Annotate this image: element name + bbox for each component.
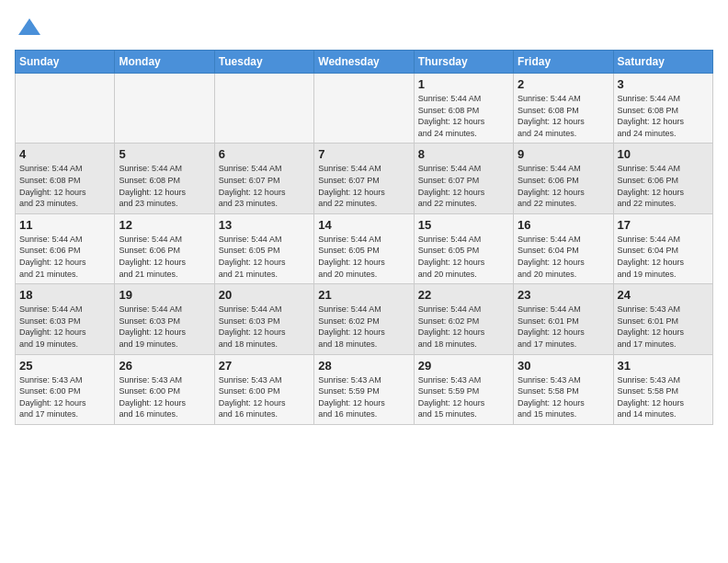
calendar-cell: 12Sunrise: 5:44 AM Sunset: 6:06 PM Dayli… [115,213,214,283]
logo-text [15,15,42,40]
calendar-cell: 7Sunrise: 5:44 AM Sunset: 6:07 PM Daylig… [314,144,414,213]
day-info: Sunrise: 5:44 AM Sunset: 6:02 PM Dayligh… [318,304,409,350]
day-info: Sunrise: 5:44 AM Sunset: 6:08 PM Dayligh… [418,93,509,139]
day-info: Sunrise: 5:43 AM Sunset: 5:58 PM Dayligh… [618,374,709,420]
weekday-friday: Friday [514,51,613,74]
day-number: 4 [19,147,110,161]
calendar-week-4: 18Sunrise: 5:44 AM Sunset: 6:03 PM Dayli… [16,284,713,354]
calendar-cell: 2Sunrise: 5:44 AM Sunset: 6:08 PM Daylig… [514,74,613,144]
calendar-cell: 13Sunrise: 5:44 AM Sunset: 6:05 PM Dayli… [214,213,313,283]
weekday-monday: Monday [115,51,214,74]
day-number: 6 [219,147,310,161]
day-info: Sunrise: 5:44 AM Sunset: 6:07 PM Dayligh… [219,163,310,209]
day-number: 16 [518,218,609,232]
day-info: Sunrise: 5:43 AM Sunset: 6:01 PM Dayligh… [618,304,709,350]
calendar-cell: 15Sunrise: 5:44 AM Sunset: 6:05 PM Dayli… [414,213,513,283]
day-number: 5 [119,147,210,161]
calendar-cell: 30Sunrise: 5:43 AM Sunset: 5:58 PM Dayli… [514,354,613,424]
calendar-cell: 24Sunrise: 5:43 AM Sunset: 6:01 PM Dayli… [613,284,712,354]
weekday-wednesday: Wednesday [314,51,414,74]
day-number: 27 [219,359,310,373]
day-info: Sunrise: 5:43 AM Sunset: 5:58 PM Dayligh… [518,374,609,420]
weekday-saturday: Saturday [613,51,712,74]
calendar-cell: 5Sunrise: 5:44 AM Sunset: 6:08 PM Daylig… [115,144,214,213]
day-number: 7 [318,147,409,161]
day-info: Sunrise: 5:44 AM Sunset: 6:06 PM Dayligh… [618,163,709,209]
day-number: 12 [119,218,210,232]
calendar-cell: 1Sunrise: 5:44 AM Sunset: 6:08 PM Daylig… [414,74,513,144]
calendar-body: 1Sunrise: 5:44 AM Sunset: 6:08 PM Daylig… [16,74,713,425]
day-number: 26 [119,359,210,373]
day-number: 31 [618,359,709,373]
day-info: Sunrise: 5:44 AM Sunset: 6:08 PM Dayligh… [19,163,110,209]
weekday-sunday: Sunday [16,51,115,74]
calendar-cell: 10Sunrise: 5:44 AM Sunset: 6:06 PM Dayli… [613,144,712,213]
day-number: 21 [318,288,409,302]
day-info: Sunrise: 5:44 AM Sunset: 6:02 PM Dayligh… [418,304,509,350]
calendar-cell: 3Sunrise: 5:44 AM Sunset: 6:08 PM Daylig… [613,74,712,144]
calendar-cell: 4Sunrise: 5:44 AM Sunset: 6:08 PM Daylig… [16,144,115,213]
calendar-cell: 26Sunrise: 5:43 AM Sunset: 6:00 PM Dayli… [115,354,214,424]
day-number: 9 [518,147,609,161]
day-number: 19 [119,288,210,302]
day-info: Sunrise: 5:44 AM Sunset: 6:06 PM Dayligh… [518,163,609,209]
calendar-cell: 9Sunrise: 5:44 AM Sunset: 6:06 PM Daylig… [514,144,613,213]
day-info: Sunrise: 5:43 AM Sunset: 5:59 PM Dayligh… [418,374,509,420]
day-info: Sunrise: 5:43 AM Sunset: 6:00 PM Dayligh… [219,374,310,420]
day-info: Sunrise: 5:44 AM Sunset: 6:08 PM Dayligh… [119,163,210,209]
day-number: 15 [418,218,509,232]
day-number: 28 [318,359,409,373]
calendar-cell: 29Sunrise: 5:43 AM Sunset: 5:59 PM Dayli… [414,354,513,424]
day-info: Sunrise: 5:44 AM Sunset: 6:05 PM Dayligh… [318,234,409,280]
day-info: Sunrise: 5:44 AM Sunset: 6:07 PM Dayligh… [318,163,409,209]
calendar-cell: 16Sunrise: 5:44 AM Sunset: 6:04 PM Dayli… [514,213,613,283]
calendar-cell: 23Sunrise: 5:44 AM Sunset: 6:01 PM Dayli… [514,284,613,354]
calendar-cell: 21Sunrise: 5:44 AM Sunset: 6:02 PM Dayli… [314,284,414,354]
calendar-cell [16,74,115,144]
weekday-tuesday: Tuesday [214,51,313,74]
day-info: Sunrise: 5:44 AM Sunset: 6:07 PM Dayligh… [418,163,509,209]
calendar-week-5: 25Sunrise: 5:43 AM Sunset: 6:00 PM Dayli… [16,354,713,424]
day-number: 2 [518,77,609,91]
calendar-cell: 22Sunrise: 5:44 AM Sunset: 6:02 PM Dayli… [414,284,513,354]
calendar-week-3: 11Sunrise: 5:44 AM Sunset: 6:06 PM Dayli… [16,213,713,283]
day-number: 22 [418,288,509,302]
day-info: Sunrise: 5:44 AM Sunset: 6:03 PM Dayligh… [19,304,110,350]
logo-icon [17,15,42,40]
day-info: Sunrise: 5:43 AM Sunset: 6:00 PM Dayligh… [19,374,110,420]
day-number: 17 [618,218,709,232]
day-info: Sunrise: 5:43 AM Sunset: 5:59 PM Dayligh… [318,374,409,420]
day-info: Sunrise: 5:44 AM Sunset: 6:05 PM Dayligh… [418,234,509,280]
day-number: 20 [219,288,310,302]
weekday-thursday: Thursday [414,51,513,74]
day-info: Sunrise: 5:44 AM Sunset: 6:06 PM Dayligh… [19,234,110,280]
day-number: 14 [318,218,409,232]
day-number: 8 [418,147,509,161]
day-info: Sunrise: 5:44 AM Sunset: 6:06 PM Dayligh… [119,234,210,280]
calendar-cell: 19Sunrise: 5:44 AM Sunset: 6:03 PM Dayli… [115,284,214,354]
day-number: 11 [19,218,110,232]
calendar-cell: 28Sunrise: 5:43 AM Sunset: 5:59 PM Dayli… [314,354,414,424]
calendar-cell: 14Sunrise: 5:44 AM Sunset: 6:05 PM Dayli… [314,213,414,283]
day-info: Sunrise: 5:44 AM Sunset: 6:03 PM Dayligh… [219,304,310,350]
svg-marker-0 [18,18,40,35]
day-info: Sunrise: 5:43 AM Sunset: 6:00 PM Dayligh… [119,374,210,420]
day-number: 18 [19,288,110,302]
calendar-cell: 8Sunrise: 5:44 AM Sunset: 6:07 PM Daylig… [414,144,513,213]
calendar-cell: 27Sunrise: 5:43 AM Sunset: 6:00 PM Dayli… [214,354,313,424]
day-info: Sunrise: 5:44 AM Sunset: 6:01 PM Dayligh… [518,304,609,350]
calendar-cell [115,74,214,144]
day-number: 29 [418,359,509,373]
day-info: Sunrise: 5:44 AM Sunset: 6:04 PM Dayligh… [618,234,709,280]
calendar-cell: 17Sunrise: 5:44 AM Sunset: 6:04 PM Dayli… [613,213,712,283]
calendar-week-2: 4Sunrise: 5:44 AM Sunset: 6:08 PM Daylig… [16,144,713,213]
day-number: 24 [618,288,709,302]
calendar-cell: 25Sunrise: 5:43 AM Sunset: 6:00 PM Dayli… [16,354,115,424]
weekday-header-row: SundayMondayTuesdayWednesdayThursdayFrid… [16,51,713,74]
calendar-table: SundayMondayTuesdayWednesdayThursdayFrid… [15,50,713,425]
page-header [15,15,713,40]
calendar-cell [314,74,414,144]
day-info: Sunrise: 5:44 AM Sunset: 6:05 PM Dayligh… [219,234,310,280]
day-number: 25 [19,359,110,373]
day-number: 13 [219,218,310,232]
